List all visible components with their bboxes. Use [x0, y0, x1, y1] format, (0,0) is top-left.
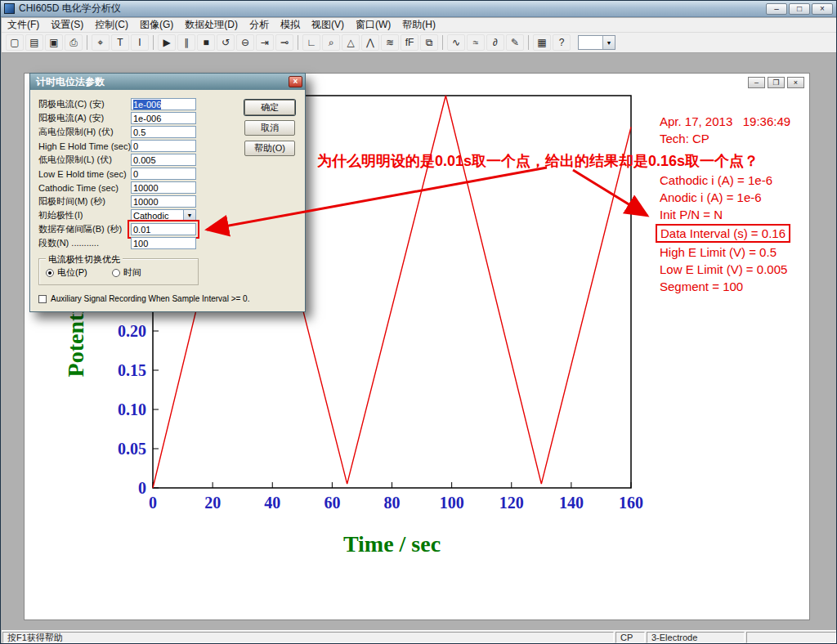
- help-button[interactable]: 帮助(O): [244, 141, 295, 156]
- window-controls: – □ ×: [766, 3, 833, 15]
- toolbar-icon-fourier[interactable]: ≈: [467, 34, 485, 51]
- menu-view[interactable]: 视图(V): [306, 17, 350, 33]
- radio-time-priority[interactable]: 时间: [112, 266, 141, 279]
- toolbar-combo-dropdown-icon[interactable]: ▼: [602, 36, 615, 49]
- ok-button[interactable]: 确定: [244, 100, 295, 115]
- dialog-titlebar[interactable]: 计时电位法参数 ×: [30, 74, 305, 90]
- toolbar-combo[interactable]: ▼: [578, 35, 615, 50]
- menu-file[interactable]: 文件(F): [2, 17, 45, 33]
- result-line: Tech: CP: [660, 130, 790, 147]
- anodic-time-input[interactable]: 10000: [131, 195, 196, 208]
- y-tick-label: 0.15: [118, 361, 146, 379]
- toolbar-icon-pause-experiment[interactable]: ∥: [177, 34, 195, 51]
- toolbar-icon-copy-graph[interactable]: ⧉: [420, 34, 438, 51]
- statusbar-electrode-mode: 3-Electrode: [647, 632, 745, 643]
- high-e-hold-input[interactable]: 0: [131, 140, 196, 152]
- toolbar-icon-probe[interactable]: ⊸: [275, 34, 293, 51]
- menu-window[interactable]: 窗口(W): [350, 17, 396, 33]
- toolbar-icon-zero-current[interactable]: ⊖: [236, 34, 254, 51]
- data-interval-input[interactable]: 0.01: [131, 223, 196, 235]
- menu-simulation[interactable]: 模拟: [275, 17, 306, 33]
- toolbar-icon-print[interactable]: ⎙: [65, 34, 83, 51]
- data-interval-label: 数据存储间隔(B) (秒): [38, 223, 131, 235]
- radio-potential-priority[interactable]: 电位(P): [46, 266, 87, 279]
- result-line: Anodic i (A) = 1e-6: [660, 189, 790, 206]
- statusbar-help-text: 按F1获得帮助: [2, 632, 614, 643]
- anodic-current-input[interactable]: 1e-006: [131, 112, 196, 124]
- toolbar-icon-run-experiment[interactable]: ▶: [158, 34, 176, 51]
- child-restore-button[interactable]: ❐: [768, 77, 785, 88]
- toolbar-icon-smooth[interactable]: ∿: [447, 34, 465, 51]
- toolbar-icon-preview[interactable]: ⌖: [92, 34, 110, 51]
- init-polarity-dropdown-icon[interactable]: ▼: [183, 210, 195, 221]
- experiment-parameters-text: Apr. 17, 2013 19:36:49Tech: CP Cathodic …: [660, 113, 790, 295]
- y-tick-label: 0.10: [118, 400, 146, 418]
- dialog-close-icon[interactable]: ×: [289, 76, 302, 87]
- titlebar: CHI605D 电化学分析仪 – □ ×: [1, 1, 836, 17]
- toolbar-icon-new[interactable]: ▢: [6, 34, 24, 51]
- child-window-controls: – ❐ ×: [748, 77, 804, 88]
- cathodic-current-value: 1e-006: [133, 100, 161, 110]
- init-polarity-input[interactable]: Cathodic▼: [131, 209, 196, 221]
- segments-label: 段数(N) ...........: [38, 237, 131, 249]
- toolbar-separator: [528, 35, 529, 50]
- cancel-button[interactable]: 取消: [244, 120, 295, 136]
- toolbar-icon-overlay-plots[interactable]: ≋: [381, 34, 399, 51]
- result-line: Segment = 100: [660, 278, 790, 295]
- menu-analysis[interactable]: 分析: [244, 17, 275, 33]
- toolbar-icon-manual-result[interactable]: △: [342, 34, 360, 51]
- result-line: Init P/N = N: [660, 206, 790, 223]
- y-tick-label: 0.20: [118, 322, 146, 340]
- field-row-segments: 段数(N) ...........100: [38, 236, 297, 250]
- checkbox-icon[interactable]: [38, 295, 47, 303]
- x-tick-label: 140: [559, 494, 584, 512]
- anodic-time-value: 10000: [133, 197, 159, 207]
- toolbar-icon-derivative[interactable]: ∂: [486, 34, 504, 51]
- child-close-button[interactable]: ×: [787, 77, 804, 88]
- toolbar-separator: [153, 35, 154, 50]
- toolbar-icon-annotate[interactable]: ✎: [506, 34, 524, 51]
- cathodic-time-input[interactable]: 10000: [131, 181, 196, 194]
- toolbar-icon-context-help[interactable]: ?: [553, 34, 571, 51]
- auxiliary-signal-checkbox-row[interactable]: Auxiliary Signal Recording When Sample I…: [38, 294, 297, 303]
- statusbar-empty-panel: [746, 632, 836, 643]
- chronopotentiometry-parameters-dialog: 计时电位法参数 × 阴极电流(C) (安)1e-006阳极电流(A) (安)1e…: [29, 73, 306, 312]
- menu-control[interactable]: 控制(C): [89, 17, 134, 33]
- application-window: CHI605D 电化学分析仪 – □ × 文件(F) 设置(S) 控制(C) 图…: [0, 0, 837, 644]
- menu-data-processing[interactable]: 数据处理(D): [179, 17, 244, 33]
- toolbar-icon-present-data[interactable]: ∟: [302, 34, 320, 51]
- dialog-buttons: 确定 取消 帮助(O): [244, 100, 295, 156]
- toolbar-separator: [442, 35, 443, 50]
- low-e-hold-input[interactable]: 0: [131, 168, 196, 180]
- menu-help[interactable]: 帮助(H): [396, 17, 441, 33]
- toolbar-icon-font[interactable]: fF: [401, 34, 418, 51]
- field-row-cathodic-time: Cathodic Time (sec)10000: [38, 181, 297, 195]
- toolbar-icon-stop-experiment[interactable]: ■: [197, 34, 215, 51]
- low-e-limit-input[interactable]: 0.005: [131, 154, 196, 166]
- minimize-button[interactable]: –: [766, 3, 787, 15]
- segments-input[interactable]: 100: [131, 237, 196, 249]
- menu-setup[interactable]: 设置(S): [45, 17, 89, 33]
- x-tick-label: 80: [384, 494, 401, 512]
- toolbar-icon-data-listing[interactable]: ▦: [533, 34, 551, 51]
- toolbar-icon-save[interactable]: ▣: [45, 34, 63, 51]
- statusbar: 按F1获得帮助 CP 3-Electrode: [2, 630, 837, 644]
- child-minimize-button[interactable]: –: [748, 77, 765, 88]
- high-e-limit-input[interactable]: 0.5: [131, 126, 196, 138]
- cathodic-time-value: 10000: [133, 183, 159, 193]
- toolbar-icon-peak-report[interactable]: ⋀: [361, 34, 379, 51]
- radio-potential-label: 电位(P): [57, 266, 87, 279]
- cathodic-current-input[interactable]: 1e-006: [131, 98, 196, 110]
- toolbar-icon-edit-tool[interactable]: I: [131, 34, 149, 51]
- maximize-button[interactable]: □: [789, 3, 810, 15]
- toolbar-icon-reverse-scan[interactable]: ↺: [217, 34, 235, 51]
- dialog-title: 计时电位法参数: [36, 75, 105, 89]
- close-button[interactable]: ×: [812, 3, 833, 15]
- y-tick-label: 0: [138, 479, 146, 497]
- toolbar-icon-zoom[interactable]: ⌕: [322, 34, 340, 51]
- toolbar-icon-open[interactable]: ▤: [25, 34, 43, 51]
- menu-graphics[interactable]: 图像(G): [134, 17, 179, 33]
- toolbar-icon-text-tool[interactable]: T: [111, 34, 129, 51]
- auxiliary-signal-checkbox-label: Auxiliary Signal Recording When Sample I…: [51, 294, 249, 303]
- toolbar-icon-step[interactable]: ⇥: [256, 34, 274, 51]
